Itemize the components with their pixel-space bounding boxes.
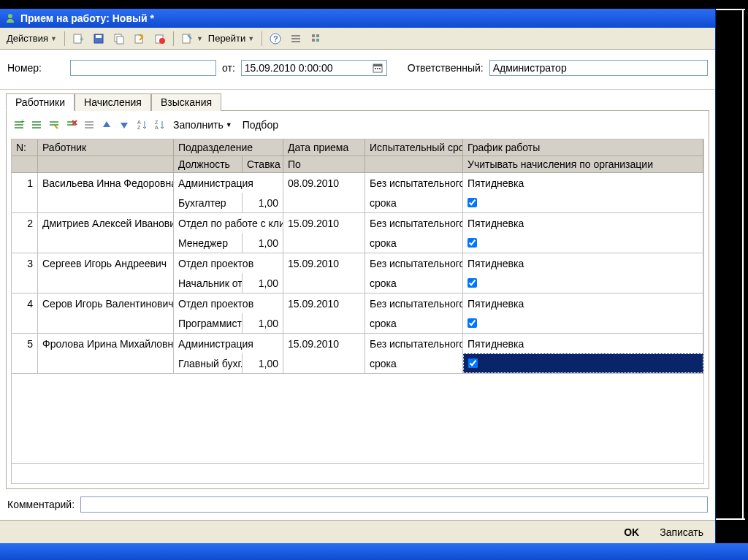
col-dept[interactable]: Подразделение xyxy=(174,139,283,156)
cell-date[interactable]: 15.09.2010 xyxy=(283,253,365,273)
cell-worker[interactable]: Дмитриев Алексей Иванович xyxy=(38,213,174,233)
cell-date[interactable]: 15.09.2010 xyxy=(283,334,365,353)
tab-workers[interactable]: Работники xyxy=(6,93,75,111)
cell-date[interactable]: 08.09.2010 xyxy=(283,173,365,193)
cell-number[interactable]: 5 xyxy=(12,334,38,353)
accrue-checkbox[interactable] xyxy=(468,278,477,288)
grid-delete-icon[interactable] xyxy=(64,117,80,133)
cell-dateto[interactable] xyxy=(283,313,365,333)
ok-button[interactable]: OK xyxy=(617,523,646,541)
cell-schedule[interactable]: Пятидневка xyxy=(463,173,703,193)
table-row[interactable]: 5Фролова Ирина МихайловнаАдминистрация15… xyxy=(12,334,703,374)
col-number[interactable]: N: xyxy=(12,139,38,156)
cell-worker[interactable]: Сергеев Игорь Андреевич xyxy=(38,253,174,273)
number-input[interactable] xyxy=(70,60,216,76)
calendar-icon[interactable] xyxy=(372,62,383,74)
cell-accrue-check[interactable] xyxy=(463,313,703,333)
grid-clear-icon[interactable] xyxy=(81,117,97,133)
date-input[interactable]: 15.09.2010 0:00:00 xyxy=(241,60,387,76)
tab-penalties[interactable]: Взыскания xyxy=(151,93,221,111)
fill-menu[interactable]: Заполнить▼ xyxy=(169,117,237,133)
cell-dept[interactable]: Отдел по работе с кли... xyxy=(174,213,283,233)
col-rate[interactable]: Ставка xyxy=(243,156,283,173)
tb-icon-post[interactable] xyxy=(130,30,149,47)
tb-icon-settings[interactable] xyxy=(307,30,326,47)
accrue-checkbox[interactable] xyxy=(468,318,477,328)
cell-trial[interactable]: Без испытательного xyxy=(365,173,463,193)
grid-addcopy-icon[interactable] xyxy=(28,117,45,133)
cell-dateto[interactable] xyxy=(283,353,365,373)
cell-trial2[interactable]: срока xyxy=(365,233,463,253)
cell-trial[interactable]: Без испытательного xyxy=(365,213,463,233)
cell-accrue-check[interactable] xyxy=(463,353,703,373)
accrue-checkbox[interactable] xyxy=(468,358,478,368)
grid-moveup-icon[interactable] xyxy=(99,117,115,133)
cell-trial[interactable]: Без испытательного xyxy=(365,334,463,353)
accrue-checkbox[interactable] xyxy=(468,238,477,248)
cell-date[interactable]: 15.09.2010 xyxy=(283,294,365,313)
cell-schedule[interactable]: Пятидневка xyxy=(463,213,703,233)
cell-dept[interactable]: Администрация xyxy=(174,173,283,193)
col-worker[interactable]: Работник xyxy=(38,139,174,156)
cell-rate[interactable]: 1,00 xyxy=(243,273,283,293)
cell-accrue-check[interactable] xyxy=(463,273,703,293)
table-row[interactable]: 3Сергеев Игорь АндреевичОтдел проектов15… xyxy=(12,253,703,294)
cell-position[interactable]: Начальник от... xyxy=(174,273,243,293)
cell-position[interactable]: Бухгалтер xyxy=(174,193,243,212)
cell-dateto[interactable] xyxy=(283,193,365,212)
tb-icon-basedoc[interactable] xyxy=(178,30,196,47)
col-hireto[interactable]: По xyxy=(283,156,365,173)
tb-icon-add[interactable]: + xyxy=(69,30,88,47)
grid-add-icon[interactable]: + xyxy=(11,117,27,133)
actions-menu[interactable]: Действия▼ xyxy=(3,30,61,47)
cell-worker[interactable]: Фролова Ирина Михайловна xyxy=(38,334,174,353)
cell-trial[interactable]: Без испытательного xyxy=(365,294,463,313)
cell-trial2[interactable]: срока xyxy=(365,313,463,333)
grid-sortasc-icon[interactable]: AZ xyxy=(134,117,150,133)
cell-position[interactable]: Главный бухг... xyxy=(174,353,243,373)
col-hiredate[interactable]: Дата приема xyxy=(283,139,365,156)
cell-trial[interactable]: Без испытательного xyxy=(365,253,463,273)
goto-menu[interactable]: Перейти▼ xyxy=(205,30,258,47)
responsible-input[interactable] xyxy=(489,60,708,76)
cell-schedule[interactable]: Пятидневка xyxy=(463,334,703,353)
cell-number[interactable]: 1 xyxy=(12,173,38,193)
cell-rate[interactable]: 1,00 xyxy=(243,313,283,333)
cell-rate[interactable]: 1,00 xyxy=(243,353,283,373)
cell-accrue-check[interactable] xyxy=(463,193,703,212)
tb-icon-list[interactable] xyxy=(286,30,305,47)
cell-number[interactable]: 4 xyxy=(12,294,38,313)
cell-schedule[interactable]: Пятидневка xyxy=(463,294,703,313)
cell-number[interactable]: 2 xyxy=(12,213,38,233)
col-schedule[interactable]: График работы xyxy=(463,139,703,156)
cell-worker[interactable]: Васильева Инна Федоровна xyxy=(38,173,174,193)
cell-dateto[interactable] xyxy=(283,273,365,293)
col-position[interactable]: Должность xyxy=(174,156,243,173)
cell-trial2[interactable]: срока xyxy=(365,193,463,212)
pick-button[interactable]: Подбор xyxy=(238,117,283,133)
table-row[interactable]: 1Васильева Инна ФедоровнаАдминистрация08… xyxy=(12,173,703,213)
tb-icon-save[interactable] xyxy=(89,30,108,47)
cell-position[interactable]: Менеджер xyxy=(174,233,243,253)
cell-accrue-check[interactable] xyxy=(463,233,703,253)
cell-dept[interactable]: Отдел проектов xyxy=(174,294,283,313)
tb-icon-unpost[interactable] xyxy=(150,30,169,47)
table-row[interactable]: 2Дмитриев Алексей ИвановичОтдел по работ… xyxy=(12,213,703,253)
table-row[interactable]: 4Серов Игорь ВалентиновичОтдел проектов1… xyxy=(12,294,703,334)
grid-sortdesc-icon[interactable]: ZA xyxy=(151,117,167,133)
cell-rate[interactable]: 1,00 xyxy=(243,193,283,212)
comment-input[interactable] xyxy=(80,496,708,513)
cell-schedule[interactable]: Пятидневка xyxy=(463,253,703,273)
col-accrueorg[interactable]: Учитывать начисления по организации xyxy=(463,156,703,173)
col-trial[interactable]: Испытательный срок xyxy=(365,139,463,156)
cell-dateto[interactable] xyxy=(283,233,365,253)
cell-dept[interactable]: Администрация xyxy=(174,334,283,353)
tb-icon-copy[interactable] xyxy=(110,30,129,47)
grid-movedown-icon[interactable] xyxy=(116,117,132,133)
cell-worker[interactable]: Серов Игорь Валентинович xyxy=(38,294,174,313)
cell-number[interactable]: 3 xyxy=(12,253,38,273)
titlebar[interactable]: Прием на работу: Новый * xyxy=(0,9,715,28)
cell-dept[interactable]: Отдел проектов xyxy=(174,253,283,273)
tab-accruals[interactable]: Начисления xyxy=(75,93,151,111)
cell-rate[interactable]: 1,00 xyxy=(243,233,283,253)
